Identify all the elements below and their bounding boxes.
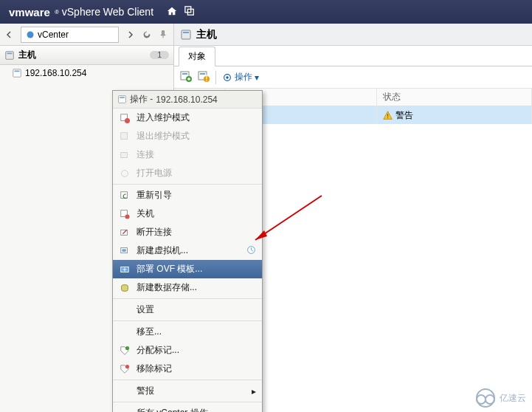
connect-icon	[119, 149, 131, 161]
menu-new-vm[interactable]: 新建虚拟机...	[113, 241, 262, 260]
disconnect-icon	[119, 227, 131, 238]
object-toolbar: ! 操作 ▾	[174, 66, 532, 89]
svg-rect-21	[120, 97, 125, 98]
refresh-icon[interactable]	[139, 27, 154, 42]
svg-rect-13	[200, 73, 205, 75]
menu-enter-maintenance[interactable]: 进入维护模式	[113, 109, 262, 127]
ovf-icon	[119, 264, 131, 275]
vmware-logo: vmware	[9, 6, 50, 18]
menu-separator	[113, 380, 262, 380]
context-menu-header: 操作 - 192.168.10.254	[113, 91, 262, 109]
svg-rect-10	[182, 73, 187, 75]
toolbar-separator	[215, 71, 216, 84]
tree-header-label: 主机	[18, 49, 36, 61]
breadcrumb[interactable]: vCenter	[21, 27, 119, 43]
home-icon[interactable]	[167, 6, 177, 18]
tab-bar: 对象	[174, 46, 532, 66]
menu-assign-tag[interactable]: 分配标记...	[113, 341, 262, 360]
menu-settings[interactable]: 设置	[113, 301, 262, 319]
host-small-icon	[117, 95, 127, 104]
svg-point-26	[122, 170, 128, 176]
watermark: 亿速云	[476, 388, 526, 408]
windows-icon[interactable]	[184, 6, 195, 18]
svg-rect-5	[13, 69, 21, 78]
new-vm-icon	[119, 245, 131, 257]
menu-remove-tag[interactable]: 移除标记	[113, 360, 262, 378]
svg-rect-24	[121, 132, 128, 139]
svg-rect-18	[387, 114, 388, 117]
power-icon	[119, 168, 131, 179]
svg-rect-32	[122, 249, 126, 252]
nav-fwd-icon[interactable]	[122, 26, 139, 44]
enter-maint-icon	[119, 112, 131, 124]
submenu-arrow-icon: ▸	[252, 386, 256, 396]
svg-rect-3	[6, 51, 14, 59]
menu-separator	[113, 402, 262, 402]
menu-connect: 连接	[113, 145, 262, 164]
svg-rect-25	[121, 152, 128, 157]
tree-header[interactable]: 主机 1	[0, 46, 173, 65]
host-icon	[4, 50, 15, 61]
cell-state: 警告	[377, 106, 532, 124]
svg-rect-7	[182, 30, 190, 39]
menu-separator	[113, 320, 262, 321]
datastore-icon	[119, 282, 131, 294]
nav-back-icon[interactable]	[0, 26, 18, 44]
svg-rect-20	[119, 96, 126, 103]
app-header: vmware® vSphere Web Client	[0, 0, 532, 24]
shutdown-icon	[119, 208, 131, 220]
warning-icon	[383, 111, 393, 120]
menu-power-on: 打开电源	[113, 164, 262, 182]
svg-point-17	[226, 76, 229, 79]
svg-point-36	[125, 346, 129, 349]
svg-rect-4	[7, 52, 13, 54]
svg-point-23	[125, 118, 130, 123]
product-name: vSphere Web Client	[62, 6, 153, 18]
menu-exit-maintenance: 退出维护模式	[113, 127, 262, 145]
svg-point-29	[125, 214, 129, 219]
col-state[interactable]: 状态	[377, 89, 532, 106]
chevron-down-icon: ▾	[255, 72, 259, 83]
tree-item-label: 192.168.10.254	[25, 68, 86, 78]
host-icon	[180, 29, 192, 41]
svg-point-37	[125, 364, 129, 368]
menu-move-to[interactable]: 移至...	[113, 323, 262, 341]
breadcrumb-label: vCenter	[38, 30, 69, 40]
menu-alarms[interactable]: 警报▸	[113, 382, 262, 400]
menu-new-datastore[interactable]: 新建数据存储...	[113, 278, 262, 297]
tab-objects[interactable]: 对象	[179, 47, 215, 66]
gear-icon	[222, 72, 232, 83]
pin-icon[interactable]	[156, 27, 170, 42]
tree-item-host[interactable]: 192.168.10.254	[0, 65, 173, 81]
reboot-icon	[119, 190, 131, 202]
menu-all-vcenter-actions[interactable]: 所有 vCenter 操作▸	[113, 404, 262, 412]
menu-separator	[113, 184, 262, 185]
svg-text:!: !	[205, 73, 207, 83]
page-title: 主机	[196, 28, 217, 41]
vcenter-icon	[26, 30, 35, 39]
menu-deploy-ovf[interactable]: 部署 OVF 模板...	[113, 260, 262, 278]
svg-point-2	[27, 31, 34, 38]
menu-shutdown[interactable]: 关机	[113, 205, 262, 223]
actions-label: 操作	[235, 71, 252, 83]
svg-rect-6	[15, 71, 20, 72]
tag-remove-icon	[119, 363, 131, 375]
submenu-arrow-icon: ▸	[252, 408, 256, 413]
content-titlebar: 主机	[174, 24, 532, 46]
nav-toolbar: vCenter	[0, 24, 173, 46]
menu-reboot[interactable]: 重新引导	[113, 186, 262, 205]
count-badge: 1	[150, 51, 169, 59]
watermark-icon	[476, 388, 495, 408]
context-menu: 操作 - 192.168.10.254 进入维护模式 退出维护模式 连接 打开电…	[112, 90, 263, 412]
toolbar-host-add-icon[interactable]	[180, 70, 192, 84]
exit-maint-icon	[119, 131, 131, 143]
host-small-icon	[12, 68, 22, 78]
svg-rect-19	[387, 117, 388, 117]
watermark-text: 亿速云	[500, 392, 526, 405]
menu-disconnect[interactable]: 断开连接	[113, 223, 262, 241]
actions-dropdown[interactable]: 操作 ▾	[222, 71, 259, 83]
tag-add-icon	[119, 345, 131, 357]
toolbar-host-alert-icon[interactable]: !	[198, 70, 210, 84]
svg-rect-8	[183, 32, 189, 33]
menu-separator	[113, 298, 262, 299]
